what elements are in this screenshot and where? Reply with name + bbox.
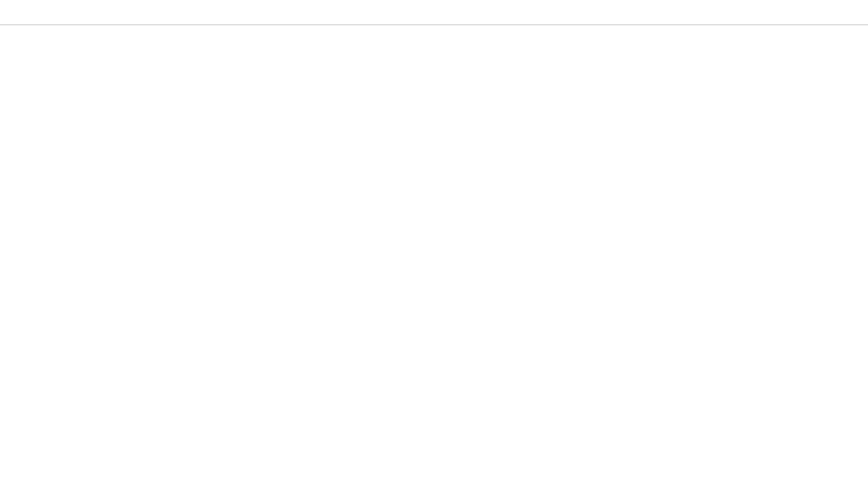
diagram-area bbox=[0, 25, 868, 488]
page-header bbox=[0, 0, 868, 25]
